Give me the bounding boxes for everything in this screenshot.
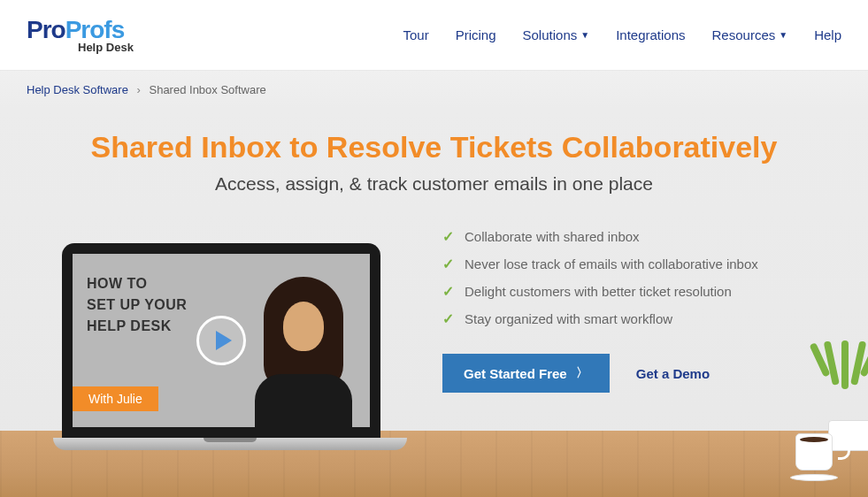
presenter-avatar xyxy=(246,277,361,427)
arrow-right-icon: 〉 xyxy=(576,365,588,381)
feature-list: ✓Collaborate with shared inbox ✓Never lo… xyxy=(442,228,824,327)
nav-tour[interactable]: Tour xyxy=(403,27,428,42)
check-icon: ✓ xyxy=(442,228,454,245)
features-column: ✓Collaborate with shared inbox ✓Never lo… xyxy=(442,221,824,451)
play-button[interactable] xyxy=(196,316,246,365)
breadcrumb-current: Shared Inbox Software xyxy=(149,83,265,96)
feature-text: Delight customers with better ticket res… xyxy=(465,284,732,299)
breadcrumb-separator: › xyxy=(137,83,141,96)
hero-title: Shared Inbox to Resolve Tickets Collabor… xyxy=(0,109,868,164)
nav-integrations[interactable]: Integrations xyxy=(616,27,685,42)
get-started-button[interactable]: Get Started Free 〉 xyxy=(442,354,610,393)
nav-solutions-label: Solutions xyxy=(523,27,578,42)
video-line3: HELP DESK xyxy=(87,316,187,337)
nav-pricing[interactable]: Pricing xyxy=(456,27,496,42)
feature-item: ✓Stay organized with smart workflow xyxy=(442,310,824,327)
logo-pro: Pro xyxy=(27,16,65,43)
check-icon: ✓ xyxy=(442,310,454,327)
video-heading: HOW TO SET UP YOUR HELP DESK xyxy=(87,273,187,337)
feature-item: ✓Never lose track of emails with collabo… xyxy=(442,256,824,272)
hero-section: Shared Inbox to Resolve Tickets Collabor… xyxy=(0,109,868,497)
video-line1: HOW TO xyxy=(87,273,187,294)
nav-resources-label: Resources xyxy=(712,27,776,42)
laptop-screen: HOW TO SET UP YOUR HELP DESK With Julie xyxy=(62,243,380,438)
play-icon xyxy=(216,331,232,350)
feature-item: ✓Collaborate with shared inbox xyxy=(442,228,824,245)
check-icon: ✓ xyxy=(442,256,454,272)
coffee-mug-decoration xyxy=(795,433,841,478)
breadcrumb-parent[interactable]: Help Desk Software xyxy=(27,83,128,96)
laptop-base xyxy=(53,438,407,450)
logo[interactable]: ProProfs Help Desk xyxy=(27,16,134,54)
get-demo-link[interactable]: Get a Demo xyxy=(636,366,710,381)
header: ProProfs Help Desk Tour Pricing Solution… xyxy=(0,0,868,71)
nav-solutions[interactable]: Solutions▼ xyxy=(523,27,590,42)
feature-text: Stay organized with smart workflow xyxy=(465,311,672,326)
laptop-illustration: HOW TO SET UP YOUR HELP DESK With Julie xyxy=(53,234,389,464)
video-thumbnail[interactable]: HOW TO SET UP YOUR HELP DESK With Julie xyxy=(73,254,370,427)
presenter-badge: With Julie xyxy=(73,386,158,411)
main-nav: Tour Pricing Solutions▼ Integrations Res… xyxy=(403,27,841,42)
logo-subtitle: Help Desk xyxy=(78,41,134,54)
feature-item: ✓Delight customers with better ticket re… xyxy=(442,283,824,300)
plant-decoration xyxy=(815,340,868,447)
breadcrumb: Help Desk Software › Shared Inbox Softwa… xyxy=(0,71,868,109)
nav-resources[interactable]: Resources▼ xyxy=(712,27,788,42)
hero-subtitle: Access, assign, & track customer emails … xyxy=(0,173,868,195)
check-icon: ✓ xyxy=(442,283,454,300)
cta-row: Get Started Free 〉 Get a Demo xyxy=(442,354,824,393)
caret-down-icon: ▼ xyxy=(779,30,787,40)
video-line2: SET UP YOUR xyxy=(87,294,187,316)
caret-down-icon: ▼ xyxy=(580,30,589,40)
nav-help[interactable]: Help xyxy=(814,27,841,42)
get-started-label: Get Started Free xyxy=(464,366,567,381)
logo-profs: Profs xyxy=(65,16,125,43)
feature-text: Never lose track of emails with collabor… xyxy=(465,256,758,271)
feature-text: Collaborate with shared inbox xyxy=(465,229,640,244)
